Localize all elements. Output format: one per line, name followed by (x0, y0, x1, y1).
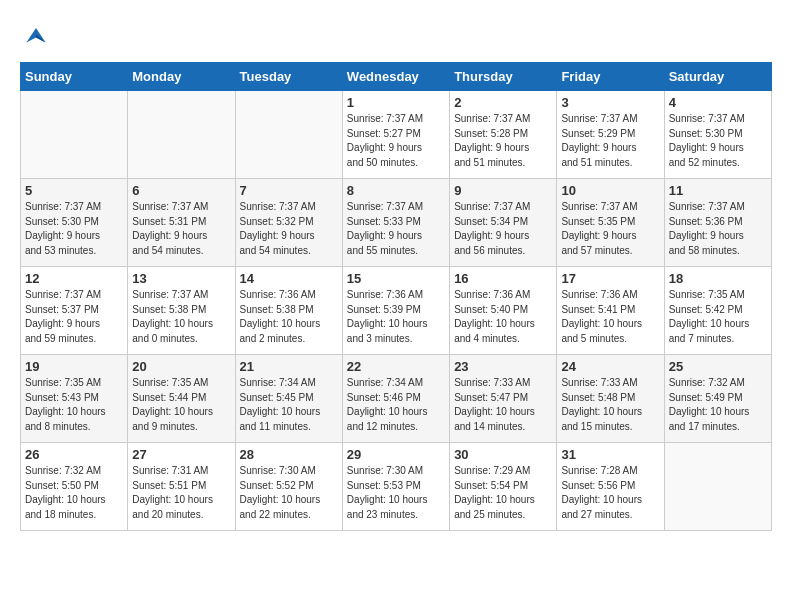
day-info: Sunrise: 7:31 AM Sunset: 5:51 PM Dayligh… (132, 464, 230, 522)
day-number: 13 (132, 271, 230, 286)
day-number: 27 (132, 447, 230, 462)
logo (20, 20, 56, 52)
calendar-cell (21, 91, 128, 179)
calendar-cell: 24Sunrise: 7:33 AM Sunset: 5:48 PM Dayli… (557, 355, 664, 443)
day-info: Sunrise: 7:35 AM Sunset: 5:43 PM Dayligh… (25, 376, 123, 434)
calendar-cell: 15Sunrise: 7:36 AM Sunset: 5:39 PM Dayli… (342, 267, 449, 355)
day-number: 22 (347, 359, 445, 374)
calendar-cell: 27Sunrise: 7:31 AM Sunset: 5:51 PM Dayli… (128, 443, 235, 531)
calendar-cell: 6Sunrise: 7:37 AM Sunset: 5:31 PM Daylig… (128, 179, 235, 267)
calendar-cell: 13Sunrise: 7:37 AM Sunset: 5:38 PM Dayli… (128, 267, 235, 355)
calendar-cell: 19Sunrise: 7:35 AM Sunset: 5:43 PM Dayli… (21, 355, 128, 443)
weekday-header-saturday: Saturday (664, 63, 771, 91)
day-info: Sunrise: 7:37 AM Sunset: 5:30 PM Dayligh… (669, 112, 767, 170)
day-number: 5 (25, 183, 123, 198)
day-info: Sunrise: 7:36 AM Sunset: 5:40 PM Dayligh… (454, 288, 552, 346)
calendar-cell: 16Sunrise: 7:36 AM Sunset: 5:40 PM Dayli… (450, 267, 557, 355)
day-info: Sunrise: 7:34 AM Sunset: 5:45 PM Dayligh… (240, 376, 338, 434)
calendar-cell: 26Sunrise: 7:32 AM Sunset: 5:50 PM Dayli… (21, 443, 128, 531)
day-number: 24 (561, 359, 659, 374)
calendar-cell: 5Sunrise: 7:37 AM Sunset: 5:30 PM Daylig… (21, 179, 128, 267)
calendar-week-row: 19Sunrise: 7:35 AM Sunset: 5:43 PM Dayli… (21, 355, 772, 443)
day-info: Sunrise: 7:28 AM Sunset: 5:56 PM Dayligh… (561, 464, 659, 522)
day-number: 31 (561, 447, 659, 462)
calendar-cell: 29Sunrise: 7:30 AM Sunset: 5:53 PM Dayli… (342, 443, 449, 531)
day-number: 4 (669, 95, 767, 110)
day-info: Sunrise: 7:37 AM Sunset: 5:28 PM Dayligh… (454, 112, 552, 170)
day-number: 20 (132, 359, 230, 374)
day-info: Sunrise: 7:36 AM Sunset: 5:41 PM Dayligh… (561, 288, 659, 346)
weekday-header-friday: Friday (557, 63, 664, 91)
calendar-cell: 3Sunrise: 7:37 AM Sunset: 5:29 PM Daylig… (557, 91, 664, 179)
day-info: Sunrise: 7:36 AM Sunset: 5:39 PM Dayligh… (347, 288, 445, 346)
day-number: 21 (240, 359, 338, 374)
day-info: Sunrise: 7:37 AM Sunset: 5:27 PM Dayligh… (347, 112, 445, 170)
day-number: 29 (347, 447, 445, 462)
day-info: Sunrise: 7:37 AM Sunset: 5:35 PM Dayligh… (561, 200, 659, 258)
calendar-cell: 25Sunrise: 7:32 AM Sunset: 5:49 PM Dayli… (664, 355, 771, 443)
calendar-cell: 8Sunrise: 7:37 AM Sunset: 5:33 PM Daylig… (342, 179, 449, 267)
calendar-cell: 7Sunrise: 7:37 AM Sunset: 5:32 PM Daylig… (235, 179, 342, 267)
day-number: 28 (240, 447, 338, 462)
day-info: Sunrise: 7:35 AM Sunset: 5:42 PM Dayligh… (669, 288, 767, 346)
day-info: Sunrise: 7:37 AM Sunset: 5:36 PM Dayligh… (669, 200, 767, 258)
day-number: 2 (454, 95, 552, 110)
calendar-cell: 9Sunrise: 7:37 AM Sunset: 5:34 PM Daylig… (450, 179, 557, 267)
calendar-cell: 22Sunrise: 7:34 AM Sunset: 5:46 PM Dayli… (342, 355, 449, 443)
day-info: Sunrise: 7:37 AM Sunset: 5:30 PM Dayligh… (25, 200, 123, 258)
day-number: 16 (454, 271, 552, 286)
day-number: 18 (669, 271, 767, 286)
calendar-cell: 10Sunrise: 7:37 AM Sunset: 5:35 PM Dayli… (557, 179, 664, 267)
day-number: 14 (240, 271, 338, 286)
weekday-header-thursday: Thursday (450, 63, 557, 91)
calendar-cell (235, 91, 342, 179)
day-number: 26 (25, 447, 123, 462)
day-number: 15 (347, 271, 445, 286)
day-number: 6 (132, 183, 230, 198)
day-number: 19 (25, 359, 123, 374)
day-number: 9 (454, 183, 552, 198)
calendar-cell: 20Sunrise: 7:35 AM Sunset: 5:44 PM Dayli… (128, 355, 235, 443)
weekday-header-sunday: Sunday (21, 63, 128, 91)
calendar-cell: 11Sunrise: 7:37 AM Sunset: 5:36 PM Dayli… (664, 179, 771, 267)
day-number: 7 (240, 183, 338, 198)
calendar-header-row: SundayMondayTuesdayWednesdayThursdayFrid… (21, 63, 772, 91)
day-info: Sunrise: 7:37 AM Sunset: 5:38 PM Dayligh… (132, 288, 230, 346)
day-number: 30 (454, 447, 552, 462)
day-info: Sunrise: 7:37 AM Sunset: 5:33 PM Dayligh… (347, 200, 445, 258)
calendar-cell: 30Sunrise: 7:29 AM Sunset: 5:54 PM Dayli… (450, 443, 557, 531)
day-info: Sunrise: 7:32 AM Sunset: 5:50 PM Dayligh… (25, 464, 123, 522)
day-number: 12 (25, 271, 123, 286)
calendar-week-row: 5Sunrise: 7:37 AM Sunset: 5:30 PM Daylig… (21, 179, 772, 267)
day-info: Sunrise: 7:37 AM Sunset: 5:29 PM Dayligh… (561, 112, 659, 170)
day-info: Sunrise: 7:36 AM Sunset: 5:38 PM Dayligh… (240, 288, 338, 346)
weekday-header-tuesday: Tuesday (235, 63, 342, 91)
calendar-cell: 12Sunrise: 7:37 AM Sunset: 5:37 PM Dayli… (21, 267, 128, 355)
calendar-cell: 21Sunrise: 7:34 AM Sunset: 5:45 PM Dayli… (235, 355, 342, 443)
calendar-cell: 14Sunrise: 7:36 AM Sunset: 5:38 PM Dayli… (235, 267, 342, 355)
calendar-table: SundayMondayTuesdayWednesdayThursdayFrid… (20, 62, 772, 531)
day-info: Sunrise: 7:32 AM Sunset: 5:49 PM Dayligh… (669, 376, 767, 434)
calendar-week-row: 1Sunrise: 7:37 AM Sunset: 5:27 PM Daylig… (21, 91, 772, 179)
day-info: Sunrise: 7:35 AM Sunset: 5:44 PM Dayligh… (132, 376, 230, 434)
day-number: 25 (669, 359, 767, 374)
day-info: Sunrise: 7:30 AM Sunset: 5:53 PM Dayligh… (347, 464, 445, 522)
day-number: 1 (347, 95, 445, 110)
day-number: 8 (347, 183, 445, 198)
page-header (20, 20, 772, 52)
logo-icon (20, 20, 52, 52)
calendar-cell: 4Sunrise: 7:37 AM Sunset: 5:30 PM Daylig… (664, 91, 771, 179)
calendar-cell (664, 443, 771, 531)
calendar-cell: 31Sunrise: 7:28 AM Sunset: 5:56 PM Dayli… (557, 443, 664, 531)
day-info: Sunrise: 7:33 AM Sunset: 5:48 PM Dayligh… (561, 376, 659, 434)
calendar-cell: 28Sunrise: 7:30 AM Sunset: 5:52 PM Dayli… (235, 443, 342, 531)
calendar-cell: 2Sunrise: 7:37 AM Sunset: 5:28 PM Daylig… (450, 91, 557, 179)
day-info: Sunrise: 7:33 AM Sunset: 5:47 PM Dayligh… (454, 376, 552, 434)
calendar-cell: 17Sunrise: 7:36 AM Sunset: 5:41 PM Dayli… (557, 267, 664, 355)
day-info: Sunrise: 7:37 AM Sunset: 5:32 PM Dayligh… (240, 200, 338, 258)
calendar-week-row: 12Sunrise: 7:37 AM Sunset: 5:37 PM Dayli… (21, 267, 772, 355)
day-number: 11 (669, 183, 767, 198)
calendar-week-row: 26Sunrise: 7:32 AM Sunset: 5:50 PM Dayli… (21, 443, 772, 531)
day-info: Sunrise: 7:37 AM Sunset: 5:37 PM Dayligh… (25, 288, 123, 346)
calendar-cell: 23Sunrise: 7:33 AM Sunset: 5:47 PM Dayli… (450, 355, 557, 443)
